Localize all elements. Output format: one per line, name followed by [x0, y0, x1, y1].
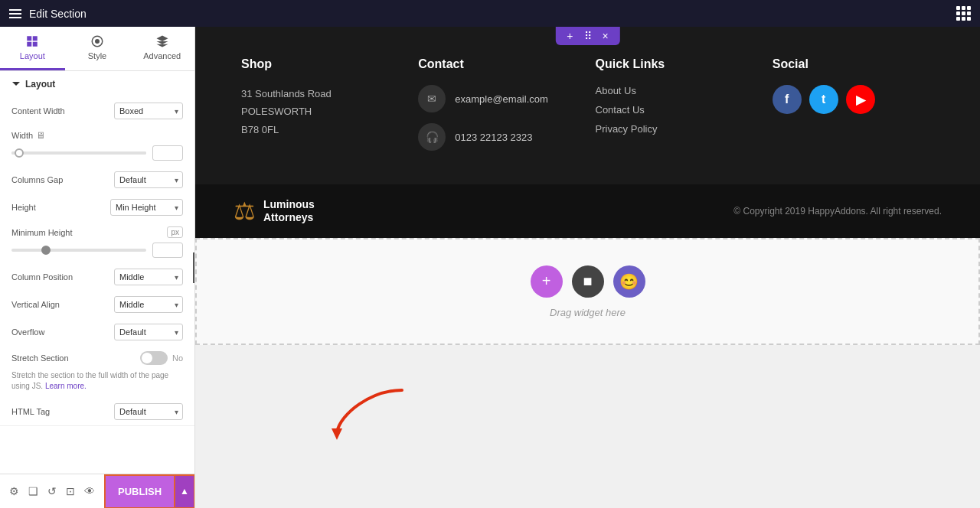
logo-icon: ⚖: [234, 197, 256, 226]
svg-rect-2: [28, 42, 32, 47]
min-height-row: Minimum Height px: [0, 221, 194, 263]
publish-button[interactable]: PUBLISH: [104, 474, 175, 509]
bottom-icons: ⚙ ❑ ↺ ⊡ 👁: [0, 485, 104, 497]
move-widget-btn[interactable]: ⠿: [582, 30, 594, 42]
layers-icon[interactable]: ❑: [28, 485, 38, 497]
panel-title: Edit Section: [29, 8, 87, 20]
width-input[interactable]: [152, 145, 183, 161]
facebook-icon[interactable]: f: [773, 85, 802, 114]
footer-social-col: Social f t ▶: [765, 57, 942, 161]
panel-content: Layout Content Width Boxed Full Width: [0, 71, 194, 508]
responsive-icon[interactable]: ⊡: [66, 485, 75, 497]
phone-icon: 🎧: [418, 123, 446, 151]
stretch-section-row: Stretch Section No: [0, 346, 194, 370]
add-widget-btn-square[interactable]: ■: [572, 265, 604, 298]
content-width-row: Content Width Boxed Full Width: [0, 97, 194, 125]
svg-rect-1: [33, 36, 38, 41]
min-height-slider[interactable]: [11, 249, 146, 252]
empty-drop-section[interactable]: + ■ 😊 Drag widget here: [195, 238, 980, 345]
bottom-toolbar: ⚙ ❑ ↺ ⊡ 👁 PUBLISH ▲: [0, 474, 195, 508]
overflow-select[interactable]: Default Hidden Auto: [114, 324, 183, 340]
add-widget-top-btn[interactable]: +: [564, 30, 575, 42]
dark-footer-section: + ⠿ × Shop 31 Southlands Road POLESWORTH…: [195, 27, 980, 184]
settings-icon[interactable]: ⚙: [9, 485, 19, 497]
column-position-row: Column Position Middle Top Bottom: [0, 263, 194, 291]
left-panel: Layout Style Advanced Layout Con: [0, 27, 195, 508]
history-icon[interactable]: ↺: [47, 485, 57, 497]
vertical-align-row: Vertical Align Middle Top Bottom: [0, 291, 194, 318]
email-icon: ✉: [418, 85, 446, 112]
publish-arrow-btn[interactable]: ▲: [175, 474, 195, 509]
html-tag-row: HTML Tag Default div header footer secti…: [0, 398, 194, 425]
overflow-row: Overflow Default Hidden Auto: [0, 318, 194, 346]
right-content: + ⠿ × Shop 31 Southlands Road POLESWORTH…: [195, 27, 980, 508]
column-position-select[interactable]: Middle Top Bottom: [114, 269, 183, 285]
twitter-icon[interactable]: t: [809, 85, 838, 114]
hamburger-menu[interactable]: [9, 9, 21, 18]
eye-icon[interactable]: 👁: [84, 485, 95, 497]
monitor-icon: 🖥: [36, 130, 45, 141]
grid-icon[interactable]: [956, 6, 971, 21]
overflow-select-wrap[interactable]: Default Hidden Auto: [114, 324, 183, 340]
copyright-text: © Copyright 2019 HappyAddons. All right …: [733, 206, 942, 217]
close-widget-btn[interactable]: ×: [600, 30, 611, 42]
height-select-wrap[interactable]: Min Height Default Fit To Screen: [110, 199, 183, 216]
svg-rect-3: [33, 42, 38, 47]
content-width-select[interactable]: Boxed Full Width: [114, 103, 183, 119]
footer-bottom-bar: ⚖ Luminous Attorneys © Copyright 2019 Ha…: [195, 184, 980, 238]
svg-marker-6: [332, 428, 342, 440]
panel-tabs: Layout Style Advanced: [0, 27, 194, 71]
add-widget-btn-plus[interactable]: +: [531, 265, 563, 298]
min-height-input[interactable]: [152, 243, 183, 258]
layout-section-header[interactable]: Layout: [0, 71, 194, 97]
columns-gap-row: Columns Gap Default None Narrow Wide: [0, 166, 194, 194]
widget-top-bar: + ⠿ ×: [555, 27, 619, 45]
footer-contact-col: Contact ✉ example@email.com 🎧 0123 22123…: [410, 57, 587, 161]
top-bar: Edit Section: [0, 0, 980, 27]
html-tag-select-wrap[interactable]: Default div header footer section: [114, 403, 183, 420]
columns-gap-select[interactable]: Default None Narrow Wide: [114, 171, 183, 188]
tab-style[interactable]: Style: [65, 27, 130, 70]
width-slider[interactable]: [11, 151, 146, 155]
social-icons: f t ▶: [773, 85, 934, 114]
contact-phone-item: 🎧 0123 22123 2323: [418, 123, 580, 151]
main-layout: Layout Style Advanced Layout Con: [0, 27, 980, 508]
width-row: Width 🖥: [0, 125, 194, 166]
arrow-indicator: [325, 383, 417, 447]
tab-layout[interactable]: Layout: [0, 27, 65, 70]
footer-link-privacy[interactable]: Privacy Policy: [596, 123, 757, 135]
height-select[interactable]: Min Height Default Fit To Screen: [110, 199, 183, 216]
learn-more-link[interactable]: Learn more.: [45, 382, 87, 390]
layout-section: Layout Content Width Boxed Full Width: [0, 71, 194, 426]
widget-add-icons: + ■ 😊: [531, 265, 645, 298]
logo-text: Luminous Attorneys: [263, 198, 315, 224]
contact-email-item: ✉ example@email.com: [418, 85, 580, 112]
vertical-align-select-wrap[interactable]: Middle Top Bottom: [114, 296, 183, 313]
tab-advanced[interactable]: Advanced: [129, 27, 194, 70]
drag-text: Drag widget here: [550, 307, 626, 318]
columns-gap-select-wrap[interactable]: Default None Narrow Wide: [114, 171, 183, 188]
footer-columns: Shop 31 Southlands Road POLESWORTH B78 0…: [234, 57, 942, 161]
vertical-align-select[interactable]: Middle Top Bottom: [114, 296, 183, 313]
height-row: Height Min Height Default Fit To Screen: [0, 194, 194, 221]
footer-shop-col: Shop 31 Southlands Road POLESWORTH B78 0…: [234, 57, 410, 161]
content-width-select-wrap[interactable]: Boxed Full Width: [114, 103, 183, 119]
svg-rect-0: [28, 36, 32, 41]
column-position-select-wrap[interactable]: Middle Top Bottom: [114, 269, 183, 285]
stretch-hint: Stretch the section to the full width of…: [0, 370, 194, 398]
footer-link-contact[interactable]: Contact Us: [596, 104, 757, 116]
html-tag-select[interactable]: Default div header footer section: [114, 403, 183, 420]
px-unit[interactable]: px: [167, 226, 183, 238]
footer-link-about[interactable]: About Us: [596, 85, 757, 96]
footer-logo: ⚖ Luminous Attorneys: [234, 197, 315, 226]
youtube-icon[interactable]: ▶: [846, 85, 875, 114]
stretch-toggle[interactable]: [140, 351, 168, 365]
footer-address: 31 Southlands Road POLESWORTH B78 0FL: [241, 85, 403, 138]
svg-point-4: [95, 39, 100, 44]
add-widget-btn-emoji[interactable]: 😊: [613, 265, 645, 298]
footer-links-list: About Us Contact Us Privacy Policy: [596, 85, 757, 135]
footer-quicklinks-col: Quick Links About Us Contact Us Privacy …: [588, 57, 765, 161]
